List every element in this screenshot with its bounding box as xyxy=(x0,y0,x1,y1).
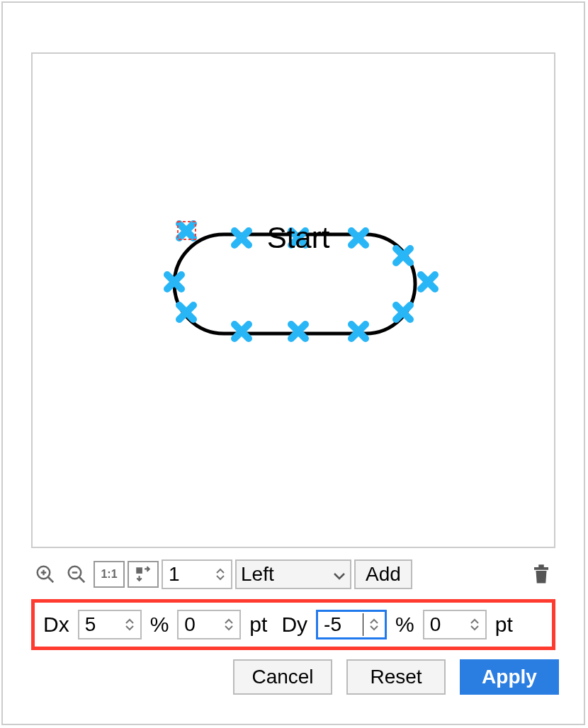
dx-pt-unit: pt xyxy=(248,613,268,637)
stepper-icon[interactable] xyxy=(222,618,235,631)
add-button[interactable]: Add xyxy=(354,559,412,589)
zoom-level-value: 1 xyxy=(167,563,210,586)
zoom-toolbar: 1:1 1 Left Add xyxy=(31,558,555,591)
dx-label: Dx xyxy=(42,613,71,637)
dialog-actions: Cancel Reset Apply xyxy=(31,657,559,697)
stepper-icon[interactable] xyxy=(468,618,481,631)
dy-pt-unit: pt xyxy=(494,613,514,637)
point-right[interactable] xyxy=(421,275,435,289)
reset-button[interactable]: Reset xyxy=(346,659,446,695)
svg-line-25 xyxy=(48,577,54,583)
direction-selected: Left xyxy=(241,563,274,586)
point-top-3[interactable] xyxy=(351,231,366,245)
shape-svg xyxy=(33,54,557,550)
add-button-label: Add xyxy=(366,563,401,586)
zoom-level-input[interactable]: 1 xyxy=(162,559,232,589)
shape-preview-canvas[interactable]: Start xyxy=(31,52,555,548)
stadium-outline xyxy=(174,234,415,334)
dy-label: Dy xyxy=(280,613,309,637)
svg-rect-31 xyxy=(136,567,142,574)
point-left[interactable] xyxy=(167,275,181,289)
offset-controls: Dx 5 % 0 pt Dy -5 % 0 xyxy=(31,599,555,650)
dy-percent-input[interactable]: -5 xyxy=(316,610,387,639)
point-bottom-2[interactable] xyxy=(291,324,305,339)
svg-line-29 xyxy=(79,577,85,583)
point-top-2[interactable] xyxy=(291,231,305,245)
dx-pt-value: 0 xyxy=(183,613,218,636)
cancel-button[interactable]: Cancel xyxy=(233,659,332,695)
dy-percent-value: -5 xyxy=(322,613,363,636)
delete-icon[interactable] xyxy=(527,560,555,588)
point-bottom-1[interactable] xyxy=(234,324,249,339)
point-bottom-right[interactable] xyxy=(396,305,410,319)
apply-button-label: Apply xyxy=(482,666,537,688)
dx-pt-input[interactable]: 0 xyxy=(177,610,241,639)
dialog-frame: Start 1:1 1 xyxy=(1,1,585,725)
point-top-right[interactable] xyxy=(396,249,410,263)
cancel-button-label: Cancel xyxy=(251,666,313,688)
dy-pt-input[interactable]: 0 xyxy=(423,610,487,639)
zoom-reset-icon[interactable]: 1:1 xyxy=(94,561,125,588)
dx-percent-unit: % xyxy=(149,613,171,637)
apply-button[interactable]: Apply xyxy=(460,659,559,695)
point-top-1[interactable] xyxy=(234,231,249,245)
point-bottom-3[interactable] xyxy=(351,324,366,339)
chevron-down-icon xyxy=(333,563,346,586)
connection-points xyxy=(167,224,435,339)
dy-percent-unit: % xyxy=(394,613,416,637)
dy-pt-value: 0 xyxy=(429,613,464,636)
point-top-left[interactable] xyxy=(179,224,193,238)
direction-select[interactable]: Left xyxy=(235,559,351,589)
zoom-out-icon[interactable] xyxy=(62,560,91,588)
zoom-in-icon[interactable] xyxy=(31,560,60,588)
zoom-fit-icon[interactable] xyxy=(128,561,159,588)
dx-percent-value: 5 xyxy=(84,613,119,636)
svg-rect-32 xyxy=(534,567,548,570)
svg-rect-33 xyxy=(538,564,544,567)
stepper-icon[interactable] xyxy=(214,568,227,581)
stepper-icon[interactable] xyxy=(123,618,136,631)
point-bottom-left[interactable] xyxy=(179,305,193,319)
reset-button-label: Reset xyxy=(370,666,422,688)
dx-percent-input[interactable]: 5 xyxy=(78,610,142,639)
stepper-icon[interactable] xyxy=(368,618,380,631)
